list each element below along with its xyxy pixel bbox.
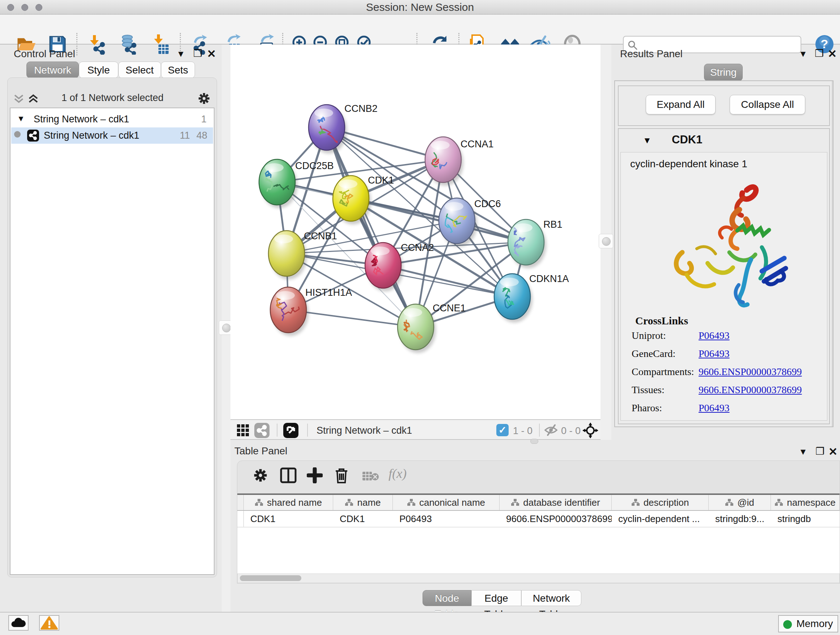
right-splitter-grip[interactable] bbox=[599, 234, 613, 249]
network-node-label: CCNB2 bbox=[344, 103, 378, 114]
delete-column-icon[interactable] bbox=[334, 467, 349, 484]
hidden-eye-icon[interactable] bbox=[544, 424, 558, 436]
network-canvas[interactable]: CCNB2CCNA1CDC25BCDK1CDC6RB1CCNB1CCNA2CDK… bbox=[231, 44, 600, 419]
birdseye-crosshair-icon[interactable] bbox=[583, 423, 598, 439]
grid-view-icon[interactable] bbox=[236, 424, 250, 437]
collapse-all-button[interactable]: Collapse All bbox=[729, 95, 805, 114]
table-column-header[interactable]: canonical name bbox=[393, 495, 500, 510]
network-tree-item-row[interactable]: String Network – cdk1 11 48 bbox=[11, 127, 213, 144]
panel-float-icon[interactable]: ❐ bbox=[193, 48, 202, 59]
network-node[interactable] bbox=[425, 137, 463, 186]
function-builder-icon[interactable]: f(x) bbox=[388, 466, 407, 481]
tab-network-table[interactable]: Network Table bbox=[521, 590, 581, 606]
selected-count-checkbox-icon[interactable]: ✓ bbox=[496, 424, 508, 436]
table-column-header[interactable]: @id bbox=[709, 495, 771, 510]
crosslink-value-link[interactable]: 9606.ENSP00000378699 bbox=[699, 366, 802, 377]
network-node[interactable] bbox=[365, 242, 403, 291]
hidden-counts: 0 - 0 bbox=[561, 425, 581, 437]
network-node[interactable] bbox=[270, 287, 309, 336]
network-node[interactable] bbox=[494, 274, 532, 323]
crosslink-value-link[interactable]: P06493 bbox=[699, 402, 729, 413]
cloud-status-button[interactable] bbox=[8, 615, 28, 631]
panel-close-icon[interactable]: ✕ bbox=[828, 48, 837, 60]
table-row[interactable]: CDK1CDK1P064939606.ENSP00000378699cyclin… bbox=[237, 511, 840, 527]
network-node[interactable] bbox=[333, 176, 371, 225]
table-cell[interactable]: stringdb bbox=[771, 511, 840, 527]
gene-name: CDK1 bbox=[672, 133, 702, 146]
table-cell[interactable]: P06493 bbox=[393, 511, 500, 527]
results-panel: Results Panel ▼ ❐ ✕ String Expand All Co… bbox=[611, 44, 840, 440]
tab-string[interactable]: String bbox=[704, 64, 743, 81]
memory-button[interactable]: Memory bbox=[778, 615, 838, 632]
crosslink-value-link[interactable]: 9606.ENSP00000378699 bbox=[699, 384, 802, 395]
node-column-icon bbox=[255, 498, 264, 507]
table-column-header[interactable]: database identifier bbox=[500, 495, 612, 510]
add-column-icon[interactable] bbox=[307, 467, 323, 483]
panel-menu-icon[interactable]: ▼ bbox=[799, 447, 807, 457]
network-node[interactable] bbox=[398, 304, 436, 353]
select-columns-icon[interactable] bbox=[280, 467, 297, 483]
network-node[interactable] bbox=[439, 198, 477, 247]
table-cell[interactable]: stringdb:9... bbox=[709, 511, 771, 527]
panel-float-icon[interactable]: ❐ bbox=[815, 48, 824, 59]
table-horizontal-scrollbar[interactable] bbox=[237, 573, 840, 583]
panel-menu-icon[interactable]: ▼ bbox=[177, 49, 185, 59]
network-edge-count: 48 bbox=[196, 130, 207, 141]
table-cell[interactable]: CDK1 bbox=[333, 511, 393, 527]
gene-description: cyclin-dependent kinase 1 bbox=[630, 158, 747, 170]
crosslinks-title: CrossLinks bbox=[635, 315, 688, 327]
node-table: shared namenamecanonical namedatabase id… bbox=[237, 494, 840, 527]
tab-edge-table[interactable]: Edge Table bbox=[471, 590, 521, 606]
results-panel-title: Results Panel bbox=[620, 48, 683, 60]
cloud-icon bbox=[9, 616, 28, 630]
options-gear-icon[interactable] bbox=[197, 92, 211, 105]
network-node[interactable] bbox=[508, 219, 546, 268]
table-panel: Table Panel ▼ ❐ ✕ f(x) shared namenameca… bbox=[228, 442, 840, 606]
table-column-header[interactable]: shared name bbox=[244, 495, 333, 510]
expand-all-icon[interactable] bbox=[28, 94, 39, 104]
panel-close-icon[interactable]: ✕ bbox=[829, 445, 837, 458]
crosslink-row: GeneCard:P06493 bbox=[632, 348, 729, 359]
network-tree: ▼ String Network – cdk1 1 String Network… bbox=[10, 108, 215, 575]
node-column-icon bbox=[631, 498, 640, 507]
panel-float-icon[interactable]: ❐ bbox=[815, 445, 824, 457]
delete-table-icon[interactable] bbox=[362, 470, 379, 483]
network-thumbnail-icon[interactable] bbox=[254, 423, 270, 438]
memory-status-dot bbox=[783, 620, 792, 629]
tab-node-table[interactable]: Node Table bbox=[423, 590, 471, 606]
warning-status-button[interactable] bbox=[39, 615, 59, 631]
network-tree-root-row[interactable]: ▼ String Network – cdk1 1 bbox=[11, 111, 213, 127]
tab-select[interactable]: Select bbox=[118, 62, 161, 78]
status-bar: Memory bbox=[0, 612, 840, 635]
tab-network[interactable]: Network bbox=[27, 62, 79, 78]
crosslink-row: Uniprot:P06493 bbox=[632, 330, 729, 341]
crosslink-value-link[interactable]: P06493 bbox=[699, 330, 729, 341]
network-node[interactable] bbox=[309, 105, 347, 154]
section-collapse-icon[interactable]: ▼ bbox=[643, 135, 652, 146]
expand-all-button[interactable]: Expand All bbox=[646, 95, 715, 114]
crosslink-value-link[interactable]: P06493 bbox=[699, 348, 729, 359]
network-node-label: CCNA1 bbox=[461, 139, 494, 149]
tab-style[interactable]: Style bbox=[79, 62, 118, 78]
table-cell[interactable]: cyclin-dependent ... bbox=[612, 511, 709, 527]
tree-expand-icon[interactable]: ▼ bbox=[17, 114, 25, 124]
table-column-header[interactable]: namespace bbox=[771, 495, 840, 510]
table-cell[interactable]: 9606.ENSP00000378699 bbox=[500, 511, 612, 527]
table-cell[interactable]: CDK1 bbox=[244, 511, 333, 527]
network-node-label: HIST1H1A bbox=[305, 287, 352, 298]
panel-menu-icon[interactable]: ▼ bbox=[799, 49, 807, 59]
panel-close-icon[interactable]: ✕ bbox=[207, 48, 216, 60]
crosslink-row: Tissues:9606.ENSP00000378699 bbox=[632, 384, 802, 396]
network-node-label: RB1 bbox=[543, 219, 562, 230]
scrollbar-thumb[interactable] bbox=[240, 575, 302, 581]
table-column-header[interactable]: description bbox=[612, 495, 709, 510]
collapse-all-icon[interactable] bbox=[13, 94, 24, 104]
network-view-title: String Network – cdk1 bbox=[317, 425, 412, 436]
table-row-gutter bbox=[237, 495, 244, 510]
table-column-header[interactable]: name bbox=[333, 495, 393, 510]
network-node[interactable] bbox=[268, 231, 307, 279]
open-in-window-icon[interactable] bbox=[283, 423, 298, 438]
table-gear-icon[interactable] bbox=[253, 467, 268, 483]
tab-sets[interactable]: Sets bbox=[161, 62, 195, 78]
protein-structure-image bbox=[653, 176, 791, 310]
